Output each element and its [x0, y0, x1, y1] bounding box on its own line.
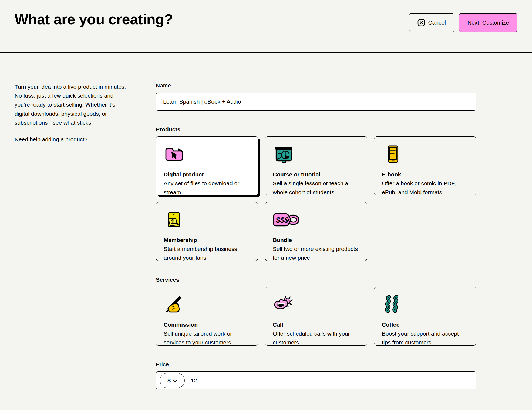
- card-title: Membership: [164, 237, 250, 243]
- svg-text:$$$: $$$: [275, 216, 288, 224]
- intro-text: Turn your idea into a live product in mi…: [15, 82, 130, 127]
- services-section-label: Services: [156, 276, 476, 283]
- card-description: Boost your support and accept tips from …: [382, 329, 469, 347]
- hand-pen-icon: [164, 295, 250, 315]
- service-card-coffee[interactable]: CoffeeBoost your support and accept tips…: [374, 287, 476, 346]
- product-create-page: What are you creating? Cancel Next: Cust…: [0, 0, 532, 410]
- help-link[interactable]: Need help adding a product?: [15, 136, 87, 143]
- presentation-pie-icon: [273, 144, 359, 165]
- currency-selector[interactable]: $: [160, 373, 185, 388]
- next-customize-button[interactable]: Next: Customize: [459, 13, 517, 32]
- card-description: Offer a book or comic in PDF, ePub, and …: [382, 179, 469, 197]
- next-button-label: Next: Customize: [467, 19, 509, 26]
- card-title: E-book: [382, 171, 469, 178]
- products-grid: Digital productAny set of files to downl…: [156, 136, 476, 261]
- product-card-digital-product[interactable]: Digital productAny set of files to downl…: [156, 136, 258, 195]
- card-title: Call: [273, 322, 359, 328]
- services-grid: CommissionSell unique tailored work or s…: [156, 287, 476, 346]
- price-field: $: [156, 371, 476, 390]
- service-card-call[interactable]: CallOffer scheduled calls with your cust…: [265, 287, 367, 346]
- card-title: Coffee: [382, 322, 469, 328]
- ereader-icon: [382, 144, 469, 165]
- currency-symbol: $: [167, 377, 171, 384]
- card-title: Course or tutorial: [273, 171, 359, 178]
- close-square-icon: [417, 19, 425, 26]
- card-title: Bundle: [273, 237, 359, 243]
- content: Turn your idea into a live product in mi…: [0, 53, 532, 410]
- card-description: Offer scheduled calls with your customer…: [273, 329, 359, 347]
- steam-icon: [382, 295, 469, 315]
- card-description: Sell a single lesson or teach a whole co…: [273, 179, 359, 197]
- price-label: Price: [156, 361, 476, 368]
- intro-sidebar: Turn your idea into a live product in mi…: [15, 82, 130, 410]
- page-title: What are you creating?: [15, 11, 173, 27]
- card-description: Any set of files to download or stream.: [164, 179, 250, 197]
- calendar-flip-icon: 1: [164, 210, 250, 230]
- card-description: Start a membership business around your …: [164, 244, 250, 262]
- product-card-membership[interactable]: 1 MembershipStart a membership business …: [156, 202, 258, 261]
- page-header: What are you creating? Cancel Next: Cust…: [0, 0, 532, 53]
- name-label: Name: [156, 82, 476, 89]
- name-input[interactable]: [156, 93, 476, 111]
- card-title: Commission: [164, 322, 250, 328]
- cancel-button-label: Cancel: [428, 19, 446, 26]
- service-card-commission[interactable]: CommissionSell unique tailored work or s…: [156, 287, 258, 346]
- product-card-bundle[interactable]: $$$ BundleSell two or more existing prod…: [265, 202, 367, 261]
- product-card-course-or-tutorial[interactable]: Course or tutorialSell a single lesson o…: [265, 136, 367, 195]
- product-form: Name Products Digital productAny set of …: [156, 82, 476, 410]
- product-card-e-book[interactable]: E-bookOffer a book or comic in PDF, ePub…: [374, 136, 476, 195]
- price-tag-icon: $$$: [273, 210, 359, 230]
- card-title: Digital product: [164, 171, 250, 178]
- card-description: Sell two or more existing products for a…: [273, 244, 359, 262]
- lips-burst-icon: [273, 295, 359, 315]
- chevron-down-icon: [173, 377, 177, 384]
- products-section-label: Products: [156, 126, 476, 133]
- card-description: Sell unique tailored work or services to…: [164, 329, 250, 347]
- folder-cursor-icon: [164, 144, 250, 165]
- cancel-button[interactable]: Cancel: [409, 13, 454, 32]
- header-actions: Cancel Next: Customize: [409, 13, 517, 32]
- price-input[interactable]: [190, 377, 472, 384]
